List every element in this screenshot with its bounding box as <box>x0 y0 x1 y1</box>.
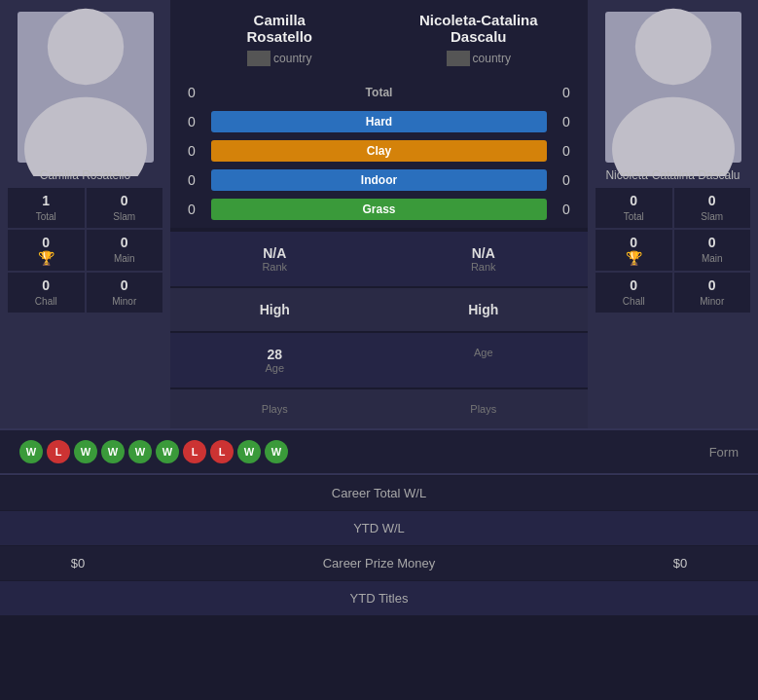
clay-right-val: 0 <box>555 143 578 159</box>
right-rank-label: Rank <box>389 261 579 273</box>
grass-right-val: 0 <box>555 202 578 217</box>
indoor-right-val: 0 <box>555 172 578 188</box>
left-total-value: 1 <box>10 193 83 208</box>
score-grass-row: 0 Grass 0 <box>170 195 588 224</box>
left-main-label: Main <box>114 253 135 264</box>
score-hard-row: 0 Hard 0 <box>170 107 588 136</box>
form-badge-7: L <box>210 440 234 463</box>
right-chall-label: Chall <box>623 296 645 307</box>
left-age-label: Age <box>180 362 370 374</box>
svg-point-0 <box>47 8 123 84</box>
total-badge: Total <box>211 82 547 103</box>
right-chall-value: 0 <box>597 277 670 293</box>
right-plays-label: Plays <box>389 403 579 415</box>
left-plays-cell: Plays <box>170 389 379 428</box>
info-area: N/A Rank N/A Rank High High <box>170 232 588 428</box>
bottom-row-2: $0Career Prize Money$0 <box>0 546 758 580</box>
right-total-value: 0 <box>597 193 670 208</box>
left-chall-label: Chall <box>35 296 57 307</box>
hard-left-val: 0 <box>180 114 203 129</box>
left-player-avatar <box>18 12 154 163</box>
left-slam-value: 0 <box>89 193 162 208</box>
right-name-line1: Nicoleta-Catalina <box>419 12 538 28</box>
right-minor-value: 0 <box>676 277 749 293</box>
score-indoor-row: 0 Indoor 0 <box>170 166 588 195</box>
left-country-text: country <box>273 52 311 65</box>
left-rank-label: Rank <box>180 261 370 273</box>
age-row: 28 Age Age <box>170 333 588 387</box>
left-name-line1: Camilla <box>254 12 306 28</box>
clay-left-val: 0 <box>180 143 203 159</box>
grass-badge: Grass <box>211 199 547 220</box>
bottom-row-0: Career Total W/L <box>0 476 758 510</box>
svg-point-1 <box>24 96 147 175</box>
form-badges: WLWWWWLLWW <box>19 440 288 463</box>
right-high-value: High <box>389 302 579 317</box>
bottom-row-1: YTD W/L <box>0 511 758 545</box>
right-country: country <box>379 51 579 66</box>
left-total-cell: 1 Total <box>8 188 85 228</box>
left-country: country <box>180 51 379 66</box>
right-age-label: Age <box>389 347 579 358</box>
left-mast-label: 🏆 <box>38 254 54 265</box>
bottom-rows: Career Total W/LYTD W/L$0Career Prize Mo… <box>0 476 758 615</box>
form-badge-0: W <box>19 440 43 463</box>
form-badge-2: W <box>74 440 97 463</box>
bottom-row-3: YTD Titles <box>0 581 758 615</box>
form-badge-4: W <box>128 440 152 463</box>
grass-left-val: 0 <box>180 202 203 217</box>
country-bar: country country <box>170 49 588 74</box>
form-badge-3: W <box>101 440 125 463</box>
plays-row: Plays Plays <box>170 389 588 428</box>
svg-point-2 <box>634 8 710 84</box>
hard-right-val: 0 <box>555 114 578 129</box>
main-container: Camilla Rosatello 1 Total 0 Slam 0 🏆 <box>0 0 758 615</box>
left-rank-cell: N/A Rank <box>170 232 379 286</box>
left-high-value: High <box>180 302 370 317</box>
divider-2 <box>0 473 758 475</box>
left-slam-label: Slam <box>113 211 135 222</box>
scores-area: 0 Total 0 0 Hard 0 0 Clay 0 0 <box>170 74 588 228</box>
indoor-left-val: 0 <box>180 172 203 188</box>
left-main-value: 0 <box>89 235 162 250</box>
left-chall-cell: 0 Chall <box>8 273 85 313</box>
names-bar: Camilla Rosatello Nicoleta-Catalina Dasc… <box>170 0 588 49</box>
left-mini-stats: 1 Total 0 Slam 0 🏆 0 Main <box>8 188 162 313</box>
right-rank-cell: N/A Rank <box>379 232 589 286</box>
bottom-row-label-1: YTD W/L <box>136 521 622 535</box>
left-chall-value: 0 <box>10 277 83 293</box>
left-player-name-center: Camilla Rosatello <box>180 12 379 45</box>
bottom-row-label-0: Career Total W/L <box>136 486 622 500</box>
left-age-value: 28 <box>180 347 370 362</box>
form-badge-9: W <box>265 440 288 463</box>
left-high-cell: High <box>170 288 379 331</box>
right-minor-label: Minor <box>700 296 724 307</box>
left-flag <box>247 51 271 66</box>
right-minor-cell: 0 Minor <box>674 273 751 313</box>
right-mast-cell: 0 🏆 <box>596 230 672 271</box>
bottom-row-left-2: $0 <box>19 556 136 571</box>
score-clay-row: 0 Clay 0 <box>170 136 588 166</box>
bottom-row-right-2: $0 <box>622 556 739 571</box>
right-player-avatar <box>605 12 741 163</box>
score-total-row: 0 Total 0 <box>170 78 588 107</box>
high-row: High High <box>170 288 588 331</box>
right-main-cell: 0 Main <box>674 230 751 271</box>
left-minor-label: Minor <box>112 296 136 307</box>
right-mast-label: 🏆 <box>626 254 642 265</box>
right-total-cell: 0 Total <box>596 188 672 228</box>
left-mast-cell: 0 🏆 <box>8 230 85 271</box>
left-rank-value: N/A <box>180 245 370 261</box>
left-player-name-below: Camilla Rosatello <box>40 168 130 182</box>
form-section: WLWWWWLLWW Form <box>0 430 758 473</box>
form-badge-8: W <box>237 440 261 463</box>
right-slam-label: Slam <box>701 211 723 222</box>
left-slam-cell: 0 Slam <box>87 188 163 228</box>
left-mast-value: 0 <box>10 235 83 250</box>
left-name-line2: Rosatello <box>246 28 312 45</box>
right-rank-value: N/A <box>389 245 579 261</box>
right-plays-cell: Plays <box>379 389 589 428</box>
hard-badge: Hard <box>211 111 547 132</box>
form-label: Form <box>709 445 739 460</box>
right-slam-value: 0 <box>676 193 749 208</box>
